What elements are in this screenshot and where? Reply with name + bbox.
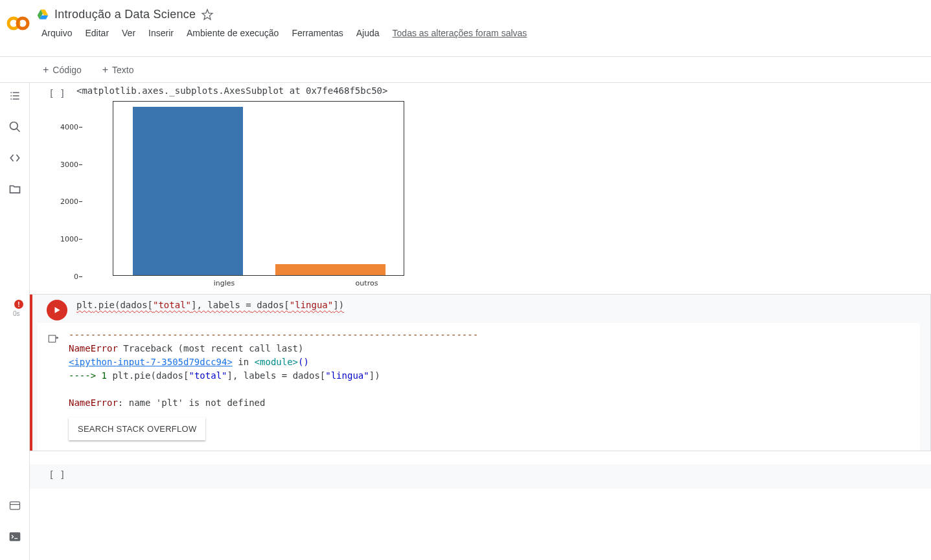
exec-count-bracket: [ ]: [49, 469, 65, 480]
y-tick-label: 0: [74, 273, 78, 281]
exec-time: 0s: [13, 310, 20, 317]
add-text-label: Texto: [112, 65, 133, 75]
drive-icon: [36, 8, 49, 21]
content: [ ] <matplotlib.axes._subplots.AxesSubpl…: [30, 83, 931, 560]
svg-rect-4: [10, 502, 19, 510]
add-code-label: Código: [52, 65, 81, 75]
error-badge-icon: !: [14, 300, 23, 309]
svg-rect-6: [9, 532, 20, 541]
menu-ambiente[interactable]: Ambiente de execução: [181, 24, 284, 42]
y-tick-label: 4000: [60, 122, 78, 131]
main: [ ] <matplotlib.axes._subplots.AxesSubpl…: [0, 83, 931, 560]
error-output: ----------------------------------------…: [38, 323, 920, 451]
search-icon[interactable]: [7, 119, 23, 135]
left-rail: [0, 83, 30, 560]
exec-count-bracket: [ ]: [49, 88, 65, 98]
cell-gutter: [38, 295, 76, 323]
menu-bar: Arquivo Editar Ver Inserir Ambiente de e…: [36, 24, 921, 42]
output-repr: <matplotlib.axes._subplots.AxesSubplot a…: [76, 85, 921, 96]
doc-title[interactable]: Introdução a Data Science: [54, 8, 196, 21]
files-icon[interactable]: [7, 181, 23, 197]
traceback: ----------------------------------------…: [69, 328, 920, 410]
colab-logo[interactable]: [5, 10, 31, 36]
svg-point-1: [17, 18, 28, 28]
x-tick-label: outros: [356, 279, 378, 287]
cell-body[interactable]: [76, 467, 921, 486]
cell-empty[interactable]: [ ]: [30, 464, 931, 489]
add-code-button[interactable]: + Código: [35, 60, 89, 80]
header: Introdução a Data Science Arquivo Editar…: [0, 0, 931, 57]
ipython-input-link[interactable]: <ipython-input-7-3505d79dcc94>: [69, 357, 233, 367]
add-text-button[interactable]: + Texto: [95, 60, 142, 80]
cell-gutter: [ ]: [38, 467, 76, 486]
menu-editar[interactable]: Editar: [80, 24, 114, 42]
variables-icon[interactable]: [7, 498, 23, 513]
y-tick-label: 2000: [60, 197, 78, 206]
menu-arquivo[interactable]: Arquivo: [36, 24, 77, 42]
cell-code-error[interactable]: ! 0s plt.pie(dados["total"], labels = da…: [30, 294, 931, 451]
menu-ferramentas[interactable]: Ferramentas: [286, 24, 348, 42]
cell-body: plt.pie(dados["total"], labels = dados["…: [76, 295, 920, 323]
svg-rect-7: [49, 335, 56, 342]
toolbar: + Código + Texto: [0, 57, 931, 83]
bar-chart: 01000200030004000 inglesoutros: [113, 101, 404, 276]
save-status[interactable]: Todas as alterações foram salvas: [387, 24, 533, 42]
bar-ingles: [133, 107, 243, 275]
menu-ajuda[interactable]: Ajuda: [351, 24, 385, 42]
plus-icon: +: [102, 64, 108, 76]
cell-output-1: [ ] <matplotlib.axes._subplots.AxesSubpl…: [30, 83, 931, 294]
svg-line-3: [16, 129, 19, 132]
search-stack-overflow-button[interactable]: SEARCH STACK OVERFLOW: [69, 418, 205, 440]
menu-ver[interactable]: Ver: [117, 24, 141, 42]
run-button[interactable]: [47, 300, 67, 320]
y-tick-label: 1000: [60, 235, 78, 243]
title-row: Introdução a Data Science: [36, 5, 921, 21]
x-tick-label: ingles: [214, 279, 235, 287]
code-input[interactable]: plt.pie(dados["total"], labels = dados["…: [76, 295, 920, 315]
cell-gutter: [ ]: [38, 85, 76, 291]
y-tick-label: 3000: [60, 160, 78, 168]
cell-body: <matplotlib.axes._subplots.AxesSubplot a…: [76, 85, 921, 291]
svg-point-2: [10, 122, 17, 130]
star-icon[interactable]: [201, 8, 214, 21]
terminal-icon[interactable]: [7, 529, 23, 544]
toc-icon[interactable]: [7, 88, 23, 104]
header-content: Introdução a Data Science Arquivo Editar…: [36, 5, 921, 42]
output-toggle-icon[interactable]: [38, 328, 69, 440]
plus-icon: +: [43, 64, 49, 76]
menu-inserir[interactable]: Inserir: [143, 24, 179, 42]
bar-outros: [275, 264, 385, 275]
snippets-icon[interactable]: [7, 150, 23, 166]
